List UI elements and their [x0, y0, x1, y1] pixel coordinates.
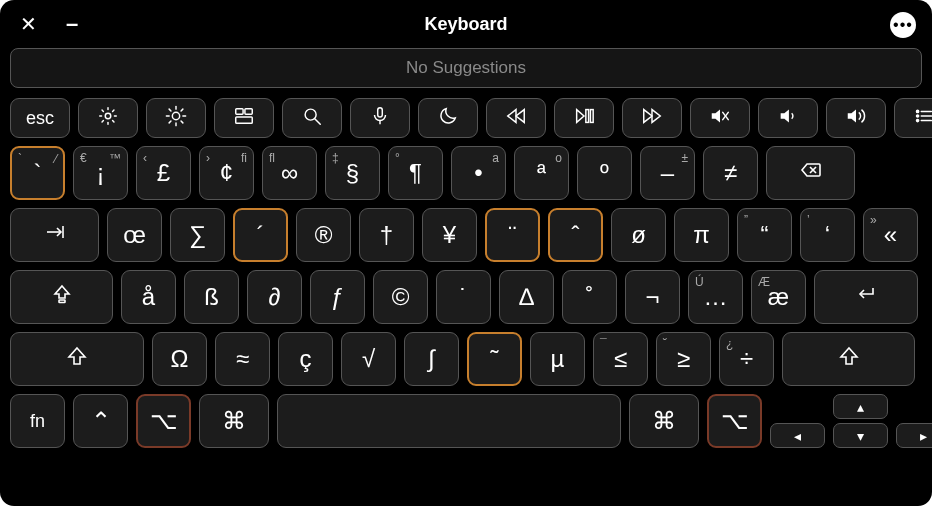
- arrow-right-key[interactable]: ▸: [896, 423, 932, 448]
- key-m[interactable]: µ: [530, 332, 585, 386]
- list-key[interactable]: [894, 98, 932, 138]
- key-8[interactable]: ªo: [514, 146, 569, 200]
- key-g[interactable]: ©: [373, 270, 428, 324]
- key-quote[interactable]: æÆ: [751, 270, 806, 324]
- key-q[interactable]: œ: [107, 208, 162, 262]
- key-n[interactable]: ˜: [467, 332, 522, 386]
- key-rbracket[interactable]: ‘’: [800, 208, 855, 262]
- key-b[interactable]: ∫: [404, 332, 459, 386]
- key-semicolon[interactable]: …Ú: [688, 270, 743, 324]
- key-label: ´: [257, 221, 265, 249]
- key-3[interactable]: ¢›fi: [199, 146, 254, 200]
- arrow-up-key[interactable]: ▴: [833, 394, 888, 419]
- more-button[interactable]: •••: [890, 12, 916, 38]
- key-label: ˚: [586, 283, 594, 311]
- key-7[interactable]: •a: [451, 146, 506, 200]
- key-e[interactable]: ´: [233, 208, 288, 262]
- shift-key-right[interactable]: [782, 332, 915, 386]
- mute-key[interactable]: [690, 98, 750, 138]
- key-period[interactable]: ≥˘: [656, 332, 711, 386]
- svg-point-39: [916, 114, 918, 116]
- key-4[interactable]: ∞fl: [262, 146, 317, 200]
- arrow-left-key[interactable]: ◂: [770, 423, 825, 448]
- fn-key[interactable]: fn: [10, 394, 65, 448]
- key-label: µ: [551, 345, 565, 373]
- key-f[interactable]: ƒ: [310, 270, 365, 324]
- tab-key[interactable]: [10, 208, 99, 262]
- brightness-up-icon: [165, 105, 187, 132]
- key-2[interactable]: £‹: [136, 146, 191, 200]
- volume-down-key[interactable]: [758, 98, 818, 138]
- minimize-button[interactable]: –: [60, 12, 84, 36]
- command-key-right[interactable]: ⌘: [629, 394, 699, 448]
- key-h[interactable]: ˙: [436, 270, 491, 324]
- svg-line-5: [102, 110, 103, 111]
- key-s[interactable]: ß: [184, 270, 239, 324]
- key-r[interactable]: ®: [296, 208, 351, 262]
- shift-key-left[interactable]: [10, 332, 144, 386]
- key-comma[interactable]: ≤¯: [593, 332, 648, 386]
- spacebar[interactable]: [277, 394, 621, 448]
- key-w[interactable]: ∑: [170, 208, 225, 262]
- control-key[interactable]: ⌃: [73, 394, 128, 448]
- key-label: ÷: [740, 345, 753, 373]
- key-p[interactable]: π: [674, 208, 729, 262]
- key-backslash[interactable]: «»: [863, 208, 918, 262]
- key-x[interactable]: ≈: [215, 332, 270, 386]
- caps-lock-key[interactable]: [10, 270, 113, 324]
- dictation-key[interactable]: [350, 98, 410, 138]
- key-slash[interactable]: ÷¿: [719, 332, 774, 386]
- brightness-down-key[interactable]: [78, 98, 138, 138]
- key-j[interactable]: ∆: [499, 270, 554, 324]
- do-not-disturb-key[interactable]: [418, 98, 478, 138]
- option-key-left[interactable]: ⌥: [136, 394, 191, 448]
- key-k[interactable]: ˚: [562, 270, 617, 324]
- key-u[interactable]: ¨: [485, 208, 540, 262]
- spotlight-key[interactable]: [282, 98, 342, 138]
- key-c[interactable]: ç: [278, 332, 333, 386]
- return-icon: [854, 282, 878, 312]
- rewind-key[interactable]: [486, 98, 546, 138]
- volume-up-key[interactable]: [826, 98, 886, 138]
- key-v[interactable]: √: [341, 332, 396, 386]
- key-z[interactable]: Ω: [152, 332, 207, 386]
- option-key-right[interactable]: ⌥: [707, 394, 762, 448]
- return-key[interactable]: [814, 270, 918, 324]
- key-a[interactable]: å: [121, 270, 176, 324]
- key-1[interactable]: ¡€™: [73, 146, 128, 200]
- command-key-left[interactable]: ⌘: [199, 394, 269, 448]
- svg-line-16: [169, 121, 171, 123]
- close-button[interactable]: ✕: [16, 12, 40, 36]
- fast-forward-key[interactable]: [622, 98, 682, 138]
- key-i[interactable]: ˆ: [548, 208, 603, 262]
- key-5[interactable]: §‡: [325, 146, 380, 200]
- bottom-letter-row: Ω≈ç√∫˜µ≤¯≥˘÷¿: [10, 332, 922, 386]
- delete-key[interactable]: [766, 146, 855, 200]
- key-label: ∑: [189, 221, 206, 249]
- key-l[interactable]: ¬: [625, 270, 680, 324]
- key-lbracket[interactable]: “”: [737, 208, 792, 262]
- key-y[interactable]: ¥: [422, 208, 477, 262]
- play-pause-key[interactable]: [554, 98, 614, 138]
- mute-icon: [709, 105, 731, 132]
- mission-control-key[interactable]: [214, 98, 274, 138]
- esc-key[interactable]: esc: [10, 98, 70, 138]
- svg-marker-27: [577, 109, 584, 122]
- keyboard-window: ✕ – Keyboard ••• No Suggestions esc: [0, 0, 932, 506]
- svg-marker-32: [712, 109, 720, 122]
- key-label: Ω: [171, 345, 189, 373]
- key-minus[interactable]: ≠: [703, 146, 758, 200]
- key-label: ¢: [220, 159, 233, 187]
- key-label: ç: [300, 345, 312, 373]
- key-o[interactable]: ø: [611, 208, 666, 262]
- key-0[interactable]: –±: [640, 146, 695, 200]
- arrow-down-key[interactable]: ▾: [833, 423, 888, 448]
- key-t[interactable]: †: [359, 208, 414, 262]
- function-row: esc: [10, 98, 922, 138]
- key-d[interactable]: ∂: [247, 270, 302, 324]
- key-grave[interactable]: ``⁄: [10, 146, 65, 200]
- key-9[interactable]: º: [577, 146, 632, 200]
- key-label: º: [600, 159, 609, 187]
- key-6[interactable]: ¶°: [388, 146, 443, 200]
- brightness-up-key[interactable]: [146, 98, 206, 138]
